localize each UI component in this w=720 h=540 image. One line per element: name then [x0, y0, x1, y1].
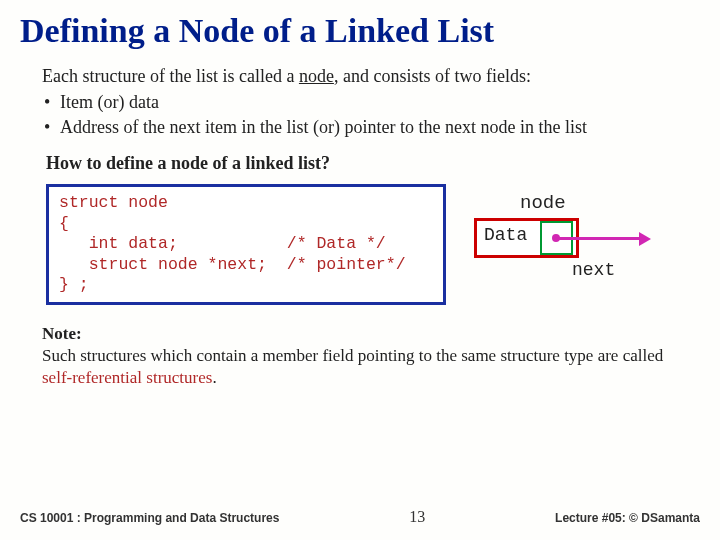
- note-label: Note:: [42, 323, 682, 345]
- footer-right: Lecture #05: © DSamanta: [555, 511, 700, 525]
- slide-title: Defining a Node of a Linked List: [20, 12, 700, 50]
- footer-left: CS 10001 : Programming and Data Structur…: [20, 511, 279, 525]
- note-self-ref: self-referential structures: [42, 368, 212, 387]
- diagram-data-label: Data: [484, 225, 527, 245]
- bullet-list: Item (or) data Address of the next item …: [42, 90, 690, 139]
- subheading: How to define a node of a linked list?: [20, 153, 700, 174]
- list-item: Item (or) data: [42, 90, 690, 114]
- note-text: Such structures which contain a member f…: [42, 345, 682, 389]
- note-suffix: .: [212, 368, 216, 387]
- list-item: Address of the next item in the list (or…: [42, 115, 690, 139]
- code-block: struct node { int data; /* Data */ struc…: [46, 184, 446, 305]
- node-diagram: node Data next: [474, 194, 664, 294]
- note-block: Note: Such structures which contain a me…: [20, 323, 700, 389]
- diagram-next-label: next: [572, 260, 615, 280]
- page-number: 13: [409, 508, 425, 526]
- code-and-diagram-row: struct node { int data; /* Data */ struc…: [20, 184, 700, 305]
- intro-node-word: node: [299, 66, 334, 86]
- intro-paragraph: Each structure of the list is called a n…: [42, 64, 690, 88]
- arrow-icon: [557, 237, 642, 240]
- arrow-head-icon: [639, 232, 651, 246]
- intro-suffix: , and consists of two fields:: [334, 66, 531, 86]
- note-prefix: Such structures which contain a member f…: [42, 346, 663, 365]
- diagram-node-label: node: [520, 192, 566, 214]
- intro-prefix: Each structure of the list is called a: [42, 66, 299, 86]
- footer: CS 10001 : Programming and Data Structur…: [20, 508, 700, 526]
